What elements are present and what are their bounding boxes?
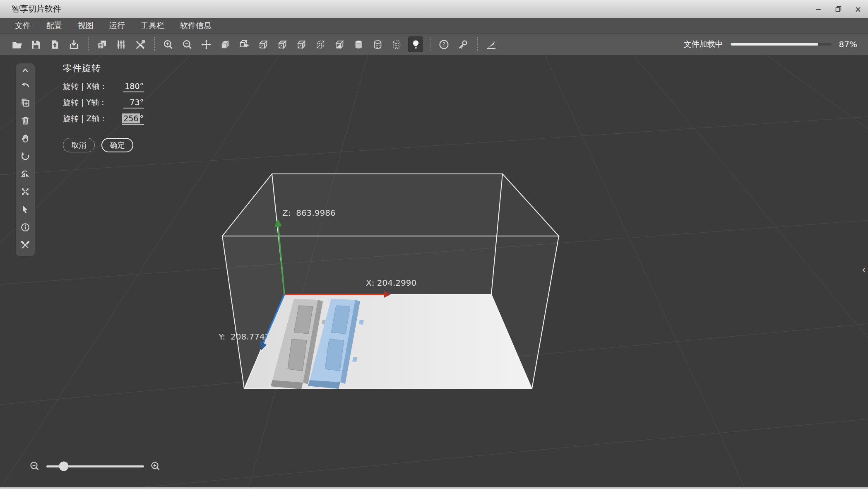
repair-button[interactable]	[16, 236, 35, 254]
menu-view[interactable]: 视图	[76, 19, 95, 32]
pan-button[interactable]	[16, 129, 35, 147]
selected-text: 256	[122, 113, 139, 123]
cancel-button[interactable]: 取消	[63, 138, 95, 152]
part-rotation-panel: 零件旋转 旋转 | X轴： 180° 旋转 | Y轴： 73° 旋转 | Z轴：…	[63, 62, 144, 152]
add-part-button[interactable]	[16, 94, 35, 111]
close-button[interactable]: ×	[848, 0, 868, 18]
copy-plate-button[interactable]	[94, 36, 109, 52]
cube-solid-button[interactable]	[218, 36, 233, 52]
restore-button[interactable]	[828, 0, 848, 18]
help-button[interactable]: ?	[436, 36, 451, 52]
chevron-up-icon	[20, 65, 30, 75]
cube-solid-icon	[220, 39, 231, 50]
blade-button[interactable]	[483, 36, 498, 52]
add-part-icon	[20, 98, 30, 108]
cylinder-solid-icon	[353, 39, 364, 50]
sliders-button[interactable]	[113, 36, 128, 52]
zoom-in-icon	[163, 39, 174, 50]
zoom-in-button[interactable]	[161, 36, 176, 52]
move-button[interactable]	[199, 36, 214, 52]
rotation-y-input[interactable]: 73°	[123, 98, 144, 108]
menu-run[interactable]: 运行	[108, 19, 127, 32]
close-icon: ×	[855, 5, 861, 14]
zoom-out-button[interactable]	[180, 36, 195, 52]
sliders-icon	[115, 39, 127, 50]
mirror-button[interactable]	[16, 165, 35, 183]
toolbar-separator	[430, 37, 430, 51]
menu-about[interactable]: 软件信息	[178, 19, 213, 32]
cylinder-solid-button[interactable]	[351, 36, 366, 52]
lightbulb-button[interactable]	[408, 36, 423, 52]
import-button[interactable]	[47, 36, 62, 52]
info-icon	[20, 222, 30, 232]
mirror-icon	[20, 169, 30, 179]
rotation-row-z: 旋转 | Z轴： 256°	[63, 113, 144, 130]
cylinder-points-button[interactable]	[389, 36, 404, 52]
right-panel-collapse-chevron[interactable]: ‹	[860, 263, 868, 276]
viewport-zoom-control	[29, 460, 161, 472]
cube-half-icon	[334, 39, 345, 50]
rotation-z-label: 旋转 | Z轴：	[63, 113, 108, 124]
info-button[interactable]	[16, 218, 35, 236]
select-button[interactable]	[16, 200, 35, 218]
save-button[interactable]	[28, 36, 43, 52]
loading-progress-fill	[731, 43, 818, 46]
tools-button[interactable]	[132, 36, 147, 52]
palette-collapse-button[interactable]	[16, 64, 35, 76]
minimize-button[interactable]: −	[808, 0, 828, 18]
axis-y-label: Y: 208.7742	[218, 332, 270, 342]
zoom-out-small-button[interactable]	[29, 460, 41, 472]
rotation-z-input[interactable]: 256°	[122, 114, 144, 125]
cube-unfold-icon	[239, 39, 250, 50]
rotation-x-label: 旋转 | X轴：	[63, 81, 108, 92]
zoom-in-small-button[interactable]	[150, 460, 161, 472]
cube-wire-a-button[interactable]	[256, 36, 271, 52]
undo-button[interactable]	[16, 76, 35, 94]
window-controls: − ×	[808, 0, 868, 18]
cube-wire-c-icon	[296, 39, 307, 50]
rotate-icon	[20, 151, 30, 161]
rotation-x-input[interactable]: 180°	[123, 82, 144, 92]
toolbar-separator	[88, 37, 89, 51]
cube-wire-d-icon	[315, 39, 326, 50]
cube-wire-d-button[interactable]	[313, 36, 328, 52]
export-button[interactable]	[66, 36, 81, 52]
menu-config[interactable]: 配置	[45, 19, 64, 32]
file-loading-status: 文件加载中 87%	[684, 39, 857, 50]
rotation-buttons: 取消 确定	[63, 138, 144, 152]
key-button[interactable]	[455, 36, 470, 52]
cube-wire-b-icon	[277, 39, 288, 50]
tools-icon	[135, 39, 146, 50]
fit-view-button[interactable]	[16, 183, 35, 200]
minimize-icon: −	[815, 5, 822, 14]
app-title: 智享切片软件	[12, 3, 61, 14]
export-icon	[68, 39, 79, 50]
lightbulb-icon	[410, 39, 421, 50]
zoom-slider-handle[interactable]	[59, 462, 69, 471]
cube-wire-b-button[interactable]	[275, 36, 290, 52]
rotation-row-x: 旋转 | X轴： 180°	[63, 81, 144, 97]
svg-text:?: ?	[442, 41, 445, 48]
rotation-row-y: 旋转 | Y轴： 73°	[63, 97, 144, 113]
confirm-button[interactable]: 确定	[101, 138, 133, 152]
open-file-button[interactable]	[9, 36, 24, 52]
cube-wire-c-button[interactable]	[294, 36, 309, 52]
blade-icon	[486, 39, 497, 50]
cylinder-wire-button[interactable]	[370, 36, 385, 52]
menu-file[interactable]: 文件	[13, 19, 32, 32]
toolbar-separator	[477, 37, 478, 51]
rotate-view-button[interactable]	[16, 147, 35, 165]
menu-toolbar[interactable]: 工具栏	[139, 19, 166, 32]
panel-title: 零件旋转	[63, 62, 144, 75]
loading-label: 文件加载中	[684, 39, 723, 50]
expand-arrows-icon	[20, 187, 30, 197]
title-bar: 智享切片软件 − ×	[0, 0, 868, 18]
zoom-slider-track[interactable]	[46, 465, 144, 467]
magnifier-plus-icon	[150, 460, 161, 472]
cube-half-button[interactable]	[332, 36, 347, 52]
loading-progress-bar	[731, 43, 832, 46]
delete-button[interactable]	[16, 111, 35, 129]
cube-unfold-button[interactable]	[237, 36, 252, 52]
cylinder-points-icon	[391, 39, 402, 50]
copy-plate-icon	[96, 39, 108, 50]
